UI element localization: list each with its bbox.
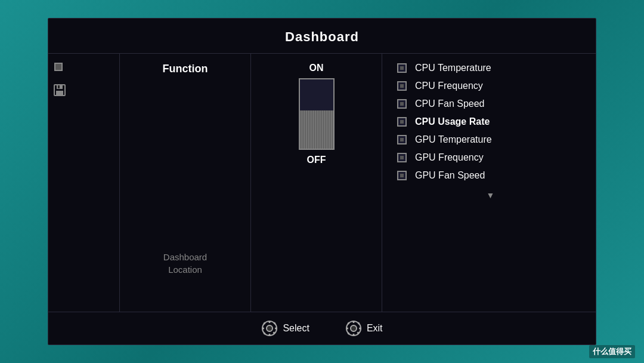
watermark: 什么值得买 [589,345,635,358]
function-column: Function DashboardLocation [120,54,251,312]
select-label: Select [283,323,309,334]
svg-rect-7 [269,321,271,323]
svg-point-16 [351,325,357,331]
metric-icon-cpu-frequency [397,81,407,91]
toggle-on-label: ON [309,63,324,73]
svg-rect-10 [275,328,277,330]
panel-content: Function DashboardLocation ON OFF CPU Te… [48,53,596,312]
toggle-on-part [300,79,333,110]
metric-label-gpu-temperature: GPU Temperature [415,134,492,145]
svg-rect-18 [352,334,354,336]
svg-rect-17 [352,321,354,323]
svg-point-5 [267,325,273,331]
svg-rect-8 [269,334,271,336]
exit-label: Exit [367,323,383,334]
main-panel: Dashboard Function DashboardLocation [48,18,596,345]
metric-icon-cpu-usage-rate [397,117,407,127]
metric-item-cpu-temperature[interactable]: CPU Temperature [397,63,584,73]
svg-rect-20 [359,328,361,330]
left-sidebar [48,54,120,312]
metric-item-cpu-usage-rate[interactable]: CPU Usage Rate [397,116,584,127]
bottom-bar: Select Exit [48,312,596,344]
metric-item-gpu-fan-speed[interactable]: GPU Fan Speed [397,170,584,181]
metric-label-cpu-frequency: CPU Frequency [415,81,483,91]
svg-rect-19 [346,328,348,330]
metric-label-gpu-fan-speed: GPU Fan Speed [415,170,485,181]
metric-label-cpu-fan-speed: CPU Fan Speed [415,99,485,109]
metric-label-gpu-frequency: GPU Frequency [415,152,484,163]
metric-label-cpu-temperature: CPU Temperature [415,63,491,73]
select-gear-icon [261,320,278,337]
dashboard-location-label: DashboardLocation [163,251,207,276]
toggle-off-label: OFF [307,155,326,165]
metric-icon-cpu-temperature [397,63,407,73]
svg-rect-3 [58,85,60,88]
metric-icon-cpu-fan-speed [397,99,407,109]
svg-rect-2 [56,91,63,95]
metric-item-gpu-frequency[interactable]: GPU Frequency [397,152,584,163]
select-button[interactable]: Select [261,320,309,337]
metric-icon-gpu-frequency [397,153,407,162]
metric-item-cpu-fan-speed[interactable]: CPU Fan Speed [397,99,584,109]
sidebar-square-icon [54,63,63,71]
function-label: Function [163,63,208,75]
exit-gear-icon [345,320,362,337]
sidebar-save-icon [53,84,66,100]
metric-item-gpu-temperature[interactable]: GPU Temperature [397,134,584,145]
scroll-down-arrow: ▼ [397,190,584,200]
svg-rect-9 [262,328,264,330]
panel-title: Dashboard [48,19,596,53]
metric-item-cpu-frequency[interactable]: CPU Frequency [397,81,584,91]
metrics-column: CPU Temperature CPU Frequency CPU Fan Sp… [382,54,596,312]
toggle-switch[interactable] [299,78,335,150]
toggle-off-part [300,110,333,149]
toggle-column: ON OFF [251,54,382,312]
metric-icon-gpu-fan-speed [397,171,407,180]
metric-label-cpu-usage-rate: CPU Usage Rate [415,116,490,127]
exit-button[interactable]: Exit [345,320,383,337]
metric-icon-gpu-temperature [397,135,407,144]
